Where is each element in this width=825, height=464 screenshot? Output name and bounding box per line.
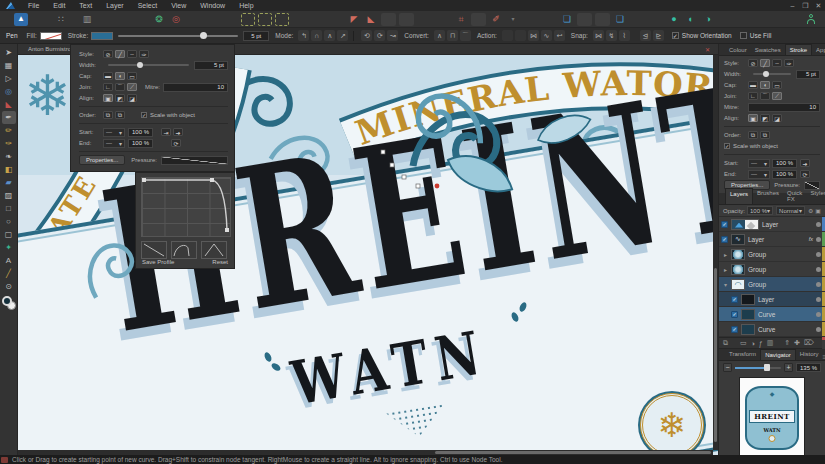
start-size-field[interactable]: 100 %	[772, 159, 797, 168]
preset-dome[interactable]	[171, 241, 197, 259]
blend-icon[interactable]: ▥	[767, 339, 774, 347]
style-solid-button[interactable]: ╱	[115, 50, 125, 58]
layer-thumbnail[interactable]	[731, 234, 745, 245]
start-style-select[interactable]: —▾	[103, 128, 125, 137]
layer-gutter[interactable]	[731, 326, 738, 333]
visibility-toggle[interactable]	[816, 312, 821, 317]
ellipse-tool[interactable]: ○	[2, 215, 16, 228]
preset-triangle[interactable]	[201, 241, 227, 259]
end-size-field[interactable]: 100 %	[128, 139, 153, 148]
move-tool[interactable]: ➤	[2, 46, 16, 59]
style-none-button[interactable]: ⊘	[748, 59, 758, 67]
order-behind-button[interactable]: ⧉	[115, 111, 125, 119]
zoom-slider[interactable]	[735, 367, 781, 369]
order-front-button[interactable]: ⧉	[103, 111, 113, 119]
join-mitre-button[interactable]: ∟	[748, 92, 758, 100]
disabled-button[interactable]	[577, 13, 592, 26]
snap-to-node-icon[interactable]: ⋈	[593, 30, 604, 41]
designer-persona-button[interactable]: ▲	[14, 13, 28, 26]
polygon-mode-icon[interactable]: ∧	[324, 30, 335, 41]
align-inside-button[interactable]: ◩	[115, 94, 125, 102]
layer-row[interactable]: Group	[719, 262, 825, 277]
mask-icon[interactable]: ▭	[740, 339, 747, 347]
scale-with-object[interactable]: Scale with object	[141, 112, 195, 118]
smart-mode-icon[interactable]: ∩	[311, 30, 322, 41]
add-to-curve-icon[interactable]: ↝	[387, 30, 398, 41]
mitre-field[interactable]: 10	[163, 83, 228, 92]
visibility-toggle[interactable]	[816, 222, 821, 227]
colour-selector[interactable]	[2, 296, 16, 310]
rubber-band-icon[interactable]: ⟳	[374, 30, 385, 41]
layer-thumbnail[interactable]	[741, 309, 755, 320]
dropdown-arrow-icon[interactable]: ▾	[506, 13, 520, 26]
layer-gutter[interactable]	[731, 311, 738, 318]
visibility-toggle[interactable]	[816, 252, 821, 257]
navigator-thumbnail[interactable]: ◆ HREINT WATN	[740, 378, 804, 460]
pressure-curve-grid[interactable]	[141, 177, 231, 237]
boolean-divide-icon[interactable]: ◑	[701, 13, 715, 26]
start-arrow-button[interactable]: ➔	[173, 128, 183, 136]
snap-off-curve-icon[interactable]: ↯	[606, 30, 617, 41]
layer-gutter[interactable]	[721, 266, 730, 273]
snap-grid-icon[interactable]	[258, 13, 272, 26]
menu-item[interactable]: Select	[131, 2, 164, 9]
move-up-icon[interactable]: ⇑	[784, 339, 790, 347]
style-dash-button[interactable]: ┄	[772, 59, 782, 67]
align-centre-button[interactable]: ▣	[748, 114, 758, 122]
panel-tab[interactable]: Transform	[725, 349, 760, 360]
transparency-tool[interactable]: ▨	[2, 189, 16, 202]
zoom-out-button[interactable]: −	[723, 363, 732, 372]
menu-item[interactable]: Edit	[46, 2, 72, 9]
disabled-button[interactable]	[399, 13, 414, 26]
zoom-in-button[interactable]: +	[784, 363, 793, 372]
insert-inside-icon[interactable]: ❏	[613, 13, 627, 26]
cap-butt-button[interactable]: ▬	[748, 81, 758, 89]
end-size-field[interactable]: 100 %	[772, 170, 797, 179]
panel-tab[interactable]: Colour	[725, 45, 751, 55]
menu-item[interactable]: Layer	[99, 2, 131, 9]
start-size-field[interactable]: 100 %	[128, 128, 153, 137]
lock-icon[interactable]: ▣	[815, 207, 821, 214]
zoom-level-field[interactable]: 135 %	[796, 363, 821, 372]
join-curves-icon[interactable]: ⋈	[528, 30, 539, 41]
account-icon[interactable]	[806, 14, 817, 25]
pressure-ramp[interactable]	[161, 156, 228, 165]
start-style-select[interactable]: —▾	[748, 159, 770, 168]
point-transform-tool[interactable]: ◎	[2, 85, 16, 98]
visibility-toggle[interactable]	[816, 267, 821, 272]
swap-ends-button[interactable]: ⟳	[800, 170, 810, 178]
transform-origin-icon[interactable]: ⌗	[454, 13, 468, 26]
window-control-button[interactable]: ❐	[799, 2, 812, 10]
panel-tab[interactable]: Appearance	[812, 45, 825, 55]
layer-row[interactable]: Layer	[719, 292, 825, 307]
pixel-persona-icon[interactable]: ❂	[152, 13, 166, 26]
artboard-icon[interactable]: ▥	[80, 13, 94, 26]
layer-row[interactable]: Group	[719, 277, 825, 292]
visibility-toggle[interactable]	[816, 327, 821, 332]
stroke-width-field[interactable]: 5 pt	[243, 31, 269, 41]
layer-row[interactable]: Group	[719, 247, 825, 262]
order-behind-button[interactable]: ⧉	[760, 131, 770, 139]
start-align-button[interactable]: ⇥	[161, 128, 171, 136]
stroke-swatch[interactable]	[91, 32, 113, 40]
reset-button[interactable]: Reset	[212, 259, 228, 265]
export-persona-icon[interactable]: ◎	[169, 13, 183, 26]
align-handles-icon[interactable]: ⊴	[640, 30, 651, 41]
delete-layer-icon[interactable]: ⌦	[804, 339, 814, 347]
disabled-action[interactable]	[502, 30, 513, 41]
panel-tab[interactable]: Styles	[806, 188, 825, 204]
disabled-button[interactable]	[595, 13, 610, 26]
align-outside-button[interactable]: ◪	[127, 94, 137, 102]
use-fill-checkbox[interactable]	[740, 32, 747, 39]
corner-tool[interactable]: ◣	[2, 98, 16, 111]
save-profile-button[interactable]: Save Profile	[142, 259, 174, 265]
panel-tab[interactable]: Quick FX	[783, 188, 806, 204]
layer-thumbnail[interactable]	[731, 279, 745, 290]
disabled-action[interactable]	[515, 30, 526, 41]
align-inside-button[interactable]: ◩	[760, 114, 770, 122]
cap-square-button[interactable]: ▭	[127, 72, 137, 80]
style-dash-button[interactable]: ┄	[127, 50, 137, 58]
adjustment-icon[interactable]: ◑	[751, 340, 755, 347]
boolean-add-icon[interactable]: ●	[667, 13, 681, 26]
style-solid-button[interactable]: ╱	[760, 59, 770, 67]
